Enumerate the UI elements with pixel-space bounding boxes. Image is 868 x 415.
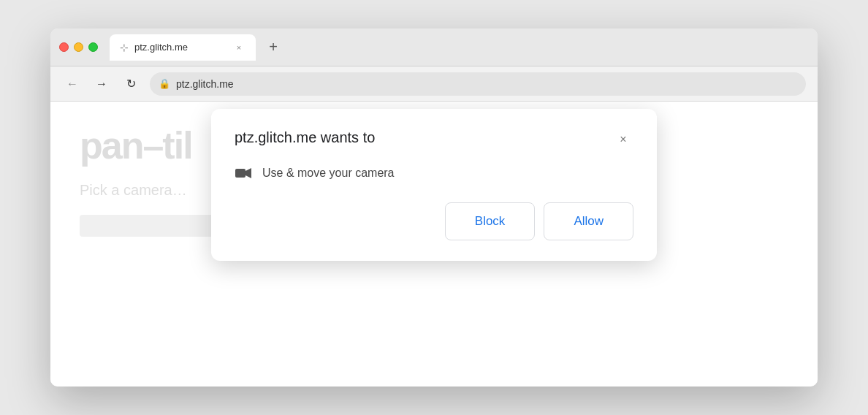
page-bg-input: [80, 215, 226, 237]
address-text: ptz.glitch.me: [176, 78, 234, 90]
permission-dialog: ptz.glitch.me wants to × Use & move your…: [211, 109, 657, 261]
back-button[interactable]: ←: [62, 74, 83, 94]
forward-button[interactable]: →: [91, 74, 112, 94]
address-bar[interactable]: 🔒 ptz.glitch.me: [150, 72, 806, 96]
dialog-header: ptz.glitch.me wants to ×: [235, 129, 633, 150]
svg-rect-0: [235, 169, 245, 178]
browser-tab[interactable]: ⊹ ptz.glitch.me ×: [110, 34, 256, 61]
allow-button[interactable]: Allow: [544, 202, 633, 240]
dialog-title: ptz.glitch.me wants to: [235, 129, 375, 146]
camera-icon: [235, 164, 252, 182]
traffic-lights: [59, 42, 98, 52]
title-bar: ⊹ ptz.glitch.me × +: [50, 28, 818, 66]
page-bg-subtext: Pick a camera…: [80, 182, 187, 199]
nav-bar: ← → ↻ 🔒 ptz.glitch.me: [50, 66, 818, 102]
svg-marker-1: [245, 168, 251, 178]
browser-window: ⊹ ptz.glitch.me × + ← → ↻ 🔒 ptz.glitch.m…: [50, 28, 818, 387]
minimize-button[interactable]: [74, 42, 83, 52]
new-tab-button[interactable]: +: [262, 36, 285, 59]
dialog-actions: Block Allow: [235, 202, 633, 240]
lock-icon: 🔒: [159, 78, 170, 89]
page-content: pan–til Pick a camera… ptz.glitch.me wan…: [50, 102, 818, 387]
permission-text: Use & move your camera: [262, 167, 395, 180]
tab-move-icon: ⊹: [120, 42, 129, 53]
close-button[interactable]: [59, 42, 69, 52]
tab-title: ptz.glitch.me: [134, 42, 226, 53]
tab-close-button[interactable]: ×: [232, 41, 245, 54]
reload-button[interactable]: ↻: [121, 74, 141, 94]
dialog-close-button[interactable]: ×: [613, 129, 633, 150]
maximize-button[interactable]: [88, 42, 98, 52]
dialog-permission-row: Use & move your camera: [235, 164, 633, 182]
block-button[interactable]: Block: [445, 202, 536, 240]
page-bg-heading: pan–til: [80, 123, 192, 167]
